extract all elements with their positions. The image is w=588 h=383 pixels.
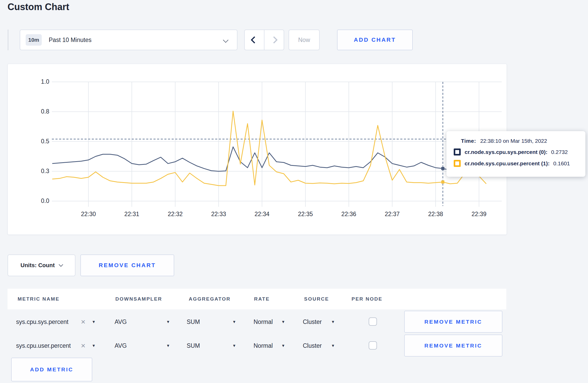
time-window-badge: 10m [26, 34, 42, 46]
col-downsampler: DOWNSAMPLER [115, 289, 162, 309]
dropdown-arrow-icon[interactable]: ▼ [331, 310, 335, 334]
dropdown-arrow-icon[interactable]: ▼ [166, 310, 170, 334]
timeseries-chart[interactable] [8, 64, 506, 234]
x-axis-tick-label: 22:37 [377, 211, 408, 218]
dropdown-arrow-icon[interactable]: ▼ [281, 310, 285, 334]
time-range-pager [244, 30, 284, 50]
x-axis-tick-label: 22:38 [420, 211, 451, 218]
metrics-table-header: METRIC NAME DOWNSAMPLER AGGREGATOR RATE … [8, 289, 506, 309]
per-node-checkbox[interactable] [369, 317, 377, 326]
sys-series-swatch [454, 148, 461, 155]
now-button[interactable]: Now [289, 30, 320, 50]
y-axis-tick-label: 0.5 [31, 138, 49, 145]
y-axis-tick-label: 0.8 [31, 108, 49, 115]
x-axis-tick-label: 22:39 [464, 211, 495, 218]
units-select[interactable]: Units: Count [8, 254, 75, 276]
tooltip-series-value: 0.1601 [553, 160, 570, 167]
series-line-cr.node.sys.cpu.sys.percent [52, 147, 486, 171]
units-label: Units: Count [20, 262, 55, 269]
metric-name-select[interactable]: sys.cpu.user.percent [16, 334, 71, 358]
y-axis-tick-label: 0.0 [31, 197, 49, 204]
source-select[interactable]: Cluster [303, 310, 322, 334]
x-axis-tick-label: 22:33 [203, 211, 234, 218]
user-series-swatch [454, 160, 461, 167]
series-line-cr.node.sys.cpu.user.percent [52, 111, 486, 186]
chevron-down-icon [59, 263, 63, 267]
rate-select[interactable]: Normal [254, 334, 273, 358]
prev-range-button[interactable] [245, 30, 264, 50]
remove-metric-button[interactable]: REMOVE METRIC [404, 335, 502, 357]
tooltip-series-row: cr.node.sys.cpu.sys.percent (0): 0.2732 [454, 148, 585, 155]
tooltip-series-name: cr.node.sys.cpu.user.percent (1): [465, 160, 550, 167]
metric-row: sys.cpu.sys.percent × ▼ AVG ▼ SUM ▼ Norm… [0, 310, 588, 334]
custom-chart-page: Custom Chart 10m Past 10 Minutes Now ADD… [0, 0, 588, 383]
clear-metric-icon[interactable]: × [81, 334, 86, 358]
col-source: SOURCE [304, 289, 329, 309]
col-rate: RATE [254, 289, 270, 309]
next-range-button[interactable] [264, 30, 284, 50]
col-metric-name: METRIC NAME [18, 289, 60, 309]
tooltip-time-label: Time: [461, 138, 476, 144]
aggregator-select[interactable]: SUM [187, 310, 200, 334]
metric-row: sys.cpu.user.percent × ▼ AVG ▼ SUM ▼ Nor… [0, 334, 588, 358]
x-axis-tick-label: 22:36 [333, 211, 364, 218]
dropdown-arrow-icon[interactable]: ▼ [92, 310, 96, 334]
time-window-select[interactable]: 10m Past 10 Minutes [20, 30, 237, 50]
tooltip-series-name: cr.node.sys.cpu.sys.percent (0): [465, 149, 548, 155]
chart-panel: 0.00.30.50.81.022:3022:3122:3222:3322:34… [8, 64, 507, 235]
col-per-node: PER NODE [352, 289, 382, 309]
remove-chart-button[interactable]: REMOVE CHART [80, 254, 174, 276]
tooltip-series-row: cr.node.sys.cpu.user.percent (1): 0.1601 [454, 160, 585, 167]
x-axis-tick-label: 22:32 [160, 211, 191, 218]
dropdown-arrow-icon[interactable]: ▼ [281, 334, 285, 358]
x-axis-tick-label: 22:31 [116, 211, 147, 218]
time-window-label: Past 10 Minutes [49, 37, 92, 44]
hover-point-marker [441, 180, 444, 183]
remove-metric-button[interactable]: REMOVE METRIC [404, 311, 502, 333]
chevron-right-icon [270, 36, 278, 44]
dropdown-arrow-icon[interactable]: ▼ [232, 334, 236, 358]
y-axis-tick-label: 0.3 [31, 168, 49, 175]
downsampler-select[interactable]: AVG [115, 310, 127, 334]
downsampler-select[interactable]: AVG [115, 334, 127, 358]
chevron-down-icon [223, 37, 228, 43]
dropdown-arrow-icon[interactable]: ▼ [331, 334, 335, 358]
dropdown-arrow-icon[interactable]: ▼ [166, 334, 170, 358]
y-axis-tick-label: 1.0 [31, 78, 49, 85]
x-axis-tick-label: 22:30 [73, 211, 104, 218]
dropdown-arrow-icon[interactable]: ▼ [232, 310, 236, 334]
tooltip-series-value: 0.2732 [551, 149, 568, 155]
toolbar-divider [8, 30, 8, 50]
per-node-checkbox[interactable] [369, 341, 377, 350]
clear-metric-icon[interactable]: × [81, 310, 86, 334]
tooltip-time: Time:22:38:10 on Mar 15th, 2022 [461, 138, 585, 144]
rate-select[interactable]: Normal [254, 310, 273, 334]
tooltip-time-value: 22:38:10 on Mar 15th, 2022 [480, 138, 547, 144]
source-select[interactable]: Cluster [303, 334, 322, 358]
page-title: Custom Chart [8, 2, 69, 12]
add-chart-button[interactable]: ADD CHART [337, 30, 413, 50]
dropdown-arrow-icon[interactable]: ▼ [92, 334, 96, 358]
chevron-left-icon [251, 36, 258, 44]
col-aggregator: AGGREGATOR [189, 289, 231, 309]
chart-tooltip: Time:22:38:10 on Mar 15th, 2022 cr.node.… [446, 131, 585, 177]
x-axis-tick-label: 22:35 [290, 211, 321, 218]
aggregator-select[interactable]: SUM [187, 334, 200, 358]
x-axis-tick-label: 22:34 [247, 211, 278, 218]
hover-point-marker [441, 167, 444, 170]
add-metric-button[interactable]: ADD METRIC [11, 358, 92, 381]
metric-name-select[interactable]: sys.cpu.sys.percent [16, 310, 68, 334]
